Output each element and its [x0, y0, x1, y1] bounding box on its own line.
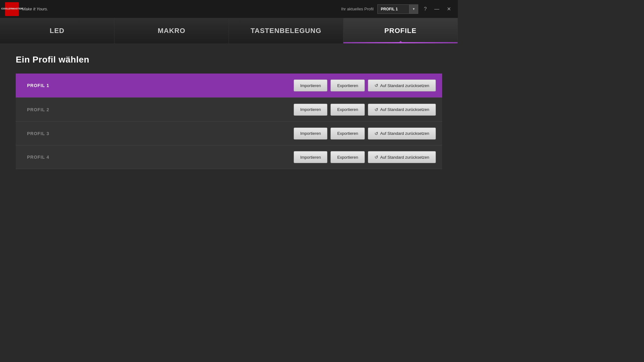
coolermaster-logo: COOLER MASTER: [5, 2, 19, 16]
tagline: Make It Yours.: [22, 7, 48, 11]
profile-2-import-button[interactable]: Importieren: [294, 104, 328, 116]
tab-tastenbelegung[interactable]: Tastenbelegung: [229, 18, 343, 43]
nav-tabs: LED Makro Tastenbelegung Profile: [0, 18, 458, 43]
reset-icon: ↺: [375, 83, 378, 88]
profile-row-3[interactable]: PROFIL 3 Importieren Exportieren ↺ Auf S…: [16, 121, 442, 145]
profile-dropdown-value: PROFIL 1: [378, 7, 409, 11]
profile-row-4[interactable]: PROFIL 4 Importieren Exportieren ↺ Auf S…: [16, 145, 442, 169]
profile-3-actions: Importieren Exportieren ↺ Auf Standard z…: [294, 128, 442, 140]
header-right: Ihr aktuelles Profil PROFIL 1 ▼ ? — ✕: [341, 4, 453, 14]
app-header: COOLER MASTER Make It Yours. Ihr aktuell…: [0, 0, 458, 18]
profile-dropdown[interactable]: PROFIL 1 ▼: [377, 4, 418, 14]
profile-3-reset-button[interactable]: ↺ Auf Standard zurücksetzen: [368, 128, 436, 140]
profile-1-actions: Importieren Exportieren ↺ Auf Standard z…: [294, 80, 442, 91]
logo-area: COOLER MASTER Make It Yours.: [5, 2, 48, 16]
tab-profile[interactable]: Profile: [343, 18, 458, 43]
profile-row-1[interactable]: PROFIL 1 Importieren Exportieren ↺ Auf S…: [16, 74, 442, 97]
profile-2-actions: Importieren Exportieren ↺ Auf Standard z…: [294, 104, 442, 116]
profile-3-name: PROFIL 3: [16, 131, 294, 136]
dropdown-arrow-icon[interactable]: ▼: [409, 5, 418, 14]
profile-1-reset-button[interactable]: ↺ Auf Standard zurücksetzen: [368, 80, 436, 91]
profile-1-import-button[interactable]: Importieren: [294, 80, 328, 91]
help-button[interactable]: ?: [422, 5, 429, 13]
profile-4-import-button[interactable]: Importieren: [294, 151, 328, 163]
reset-icon-4: ↺: [375, 155, 378, 160]
current-profile-label: Ihr aktuelles Profil: [341, 7, 374, 11]
profile-4-export-button[interactable]: Exportieren: [330, 151, 364, 163]
profile-2-export-button[interactable]: Exportieren: [330, 104, 364, 116]
profile-1-export-button[interactable]: Exportieren: [330, 80, 364, 91]
main-content: Ein Profil wählen PROFIL 1 Importieren E…: [0, 43, 458, 180]
profile-1-name: PROFIL 1: [16, 83, 294, 88]
profile-4-actions: Importieren Exportieren ↺ Auf Standard z…: [294, 151, 442, 163]
tab-led[interactable]: LED: [0, 18, 114, 43]
profile-2-name: PROFIL 2: [16, 107, 294, 112]
profile-row-2[interactable]: PROFIL 2 Importieren Exportieren ↺ Auf S…: [16, 97, 442, 121]
profile-4-reset-button[interactable]: ↺ Auf Standard zurücksetzen: [368, 151, 436, 163]
reset-icon-3: ↺: [375, 131, 378, 136]
profile-table: PROFIL 1 Importieren Exportieren ↺ Auf S…: [16, 74, 442, 169]
profile-4-name: PROFIL 4: [16, 155, 294, 160]
profile-3-export-button[interactable]: Exportieren: [330, 128, 364, 140]
active-tab-indicator: [398, 41, 403, 43]
minimize-button[interactable]: —: [432, 5, 441, 13]
profile-3-import-button[interactable]: Importieren: [294, 128, 328, 140]
close-button[interactable]: ✕: [445, 5, 453, 13]
tab-makro[interactable]: Makro: [114, 18, 229, 43]
section-title: Ein Profil wählen: [16, 55, 442, 65]
profile-2-reset-button[interactable]: ↺ Auf Standard zurücksetzen: [368, 104, 436, 116]
reset-icon-2: ↺: [375, 107, 378, 112]
